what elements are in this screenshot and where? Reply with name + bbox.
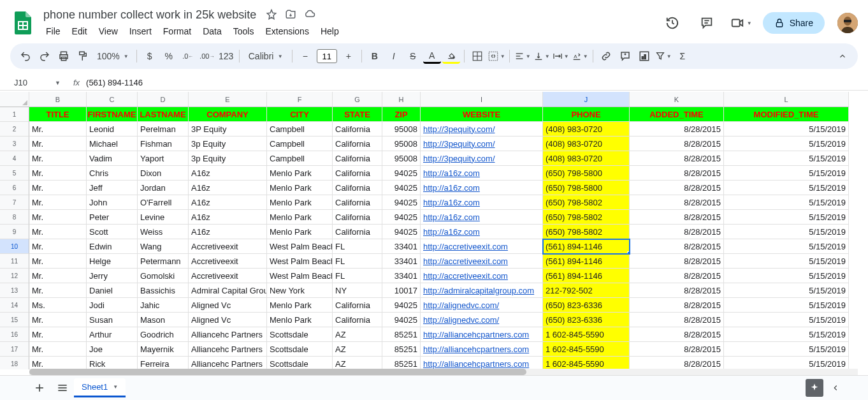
paint-format-button[interactable] [74, 47, 92, 65]
row-header[interactable]: 14 [0, 298, 29, 313]
cell[interactable]: Alliancehc Partners [189, 342, 267, 357]
row-header[interactable]: 12 [0, 269, 29, 283]
cell[interactable]: 95008 [382, 122, 421, 137]
italic-button[interactable]: I [385, 47, 403, 65]
cell[interactable]: West Palm Beach [267, 269, 333, 283]
header-cell-title[interactable]: TITLE [29, 107, 87, 122]
cell[interactable]: http://alliancehcpartners.com [421, 357, 543, 369]
cell[interactable]: Joe [87, 342, 138, 357]
cell[interactable]: Mr. [29, 181, 87, 195]
cell[interactable]: http://alignedvc.com/ [421, 313, 543, 327]
cell[interactable]: 5/15/2019 [724, 210, 849, 225]
sheet-tab[interactable]: Sheet1 ▼ [74, 378, 126, 397]
cell[interactable]: (561) 894-1146 [543, 239, 630, 254]
selection-handle[interactable] [627, 251, 630, 254]
cell[interactable]: Mr. [29, 269, 87, 283]
cell[interactable]: California [333, 151, 382, 166]
grid[interactable]: BCDEFGHIJKL 1TITLEFIRSTNAMELASTNAMECOMPA… [0, 92, 868, 369]
select-all-corner[interactable] [0, 92, 29, 107]
menu-edit[interactable]: Edit [67, 24, 92, 39]
cell[interactable]: 8/28/2015 [630, 254, 724, 269]
header-cell-website[interactable]: WEBSITE [421, 107, 543, 122]
menu-file[interactable]: File [41, 24, 66, 39]
cell[interactable]: http://a16z.com [421, 166, 543, 181]
number-format-button[interactable]: 123 [217, 47, 235, 65]
h-align-button[interactable]: ▼ [514, 47, 532, 65]
cell[interactable]: Mr. [29, 195, 87, 210]
print-button[interactable] [55, 47, 73, 65]
cell[interactable]: Alliancehc Partners [189, 357, 267, 369]
cell[interactable]: http://accretiveexit.com [421, 239, 543, 254]
cell[interactable]: http://3pequity.com/ [421, 137, 543, 151]
cell[interactable]: 85251 [382, 357, 421, 369]
cell[interactable]: Alliancehc Partners [189, 327, 267, 342]
cell[interactable]: 33401 [382, 239, 421, 254]
cell[interactable]: AZ [333, 342, 382, 357]
cell[interactable]: Susan [87, 313, 138, 327]
cell[interactable]: 1 602-845-5590 [543, 342, 630, 357]
cell[interactable]: Gomolski [138, 269, 189, 283]
cell[interactable]: 95008 [382, 151, 421, 166]
cell[interactable]: Dixon [138, 166, 189, 181]
cell[interactable]: John [87, 195, 138, 210]
row-header[interactable]: 8 [0, 210, 29, 225]
all-sheets-button[interactable] [51, 378, 74, 397]
cell[interactable]: Admiral Capital Group [189, 283, 267, 298]
filter-button[interactable]: ▼ [655, 47, 672, 65]
decrease-decimal-button[interactable]: .0← [179, 47, 197, 65]
column-header-I[interactable]: I [421, 92, 543, 107]
cell[interactable]: 85251 [382, 342, 421, 357]
cell[interactable]: O'Farrell [138, 195, 189, 210]
cell[interactable]: FL [333, 254, 382, 269]
cell[interactable]: http://a16z.com [421, 225, 543, 239]
cell[interactable]: 85251 [382, 327, 421, 342]
cell[interactable]: Scottsdale [267, 342, 333, 357]
cell[interactable]: Wang [138, 239, 189, 254]
cell[interactable]: 8/28/2015 [630, 122, 724, 137]
history-icon[interactable] [660, 10, 685, 36]
cell[interactable]: A16z [189, 225, 267, 239]
cell[interactable]: http://alignedvc.com/ [421, 298, 543, 313]
cell[interactable]: California [333, 195, 382, 210]
cell[interactable]: 5/15/2019 [724, 166, 849, 181]
row-header[interactable]: 10 [0, 239, 29, 254]
comment-button[interactable] [616, 47, 634, 65]
column-header-E[interactable]: E [189, 92, 267, 107]
cell[interactable]: West Palm Beach [267, 239, 333, 254]
cell[interactable]: Jordan [138, 181, 189, 195]
row-header[interactable]: 13 [0, 283, 29, 298]
cell[interactable]: Petermann [138, 254, 189, 269]
row-header[interactable]: 2 [0, 122, 29, 137]
cell[interactable]: 3p Equity [189, 137, 267, 151]
move-icon[interactable] [284, 8, 297, 21]
cell[interactable]: Mr. [29, 342, 87, 357]
cell[interactable]: 8/28/2015 [630, 298, 724, 313]
fill-color-button[interactable] [442, 48, 460, 64]
cell[interactable]: Accretiveexit [189, 254, 267, 269]
column-header-H[interactable]: H [382, 92, 421, 107]
cell[interactable]: Ferreira [138, 357, 189, 369]
cell[interactable]: 8/28/2015 [630, 210, 724, 225]
cell[interactable]: Mr. [29, 137, 87, 151]
cell[interactable]: 5/15/2019 [724, 298, 849, 313]
cell[interactable]: Jahic [138, 298, 189, 313]
wrap-button[interactable]: ▼ [552, 47, 570, 65]
star-icon[interactable] [265, 8, 278, 21]
cell[interactable]: (650) 823-6336 [543, 313, 630, 327]
merge-button[interactable]: ▼ [488, 47, 505, 65]
increase-font-button[interactable]: + [340, 47, 358, 65]
percent-button[interactable]: % [160, 47, 178, 65]
cell[interactable]: A16z [189, 210, 267, 225]
cell[interactable]: Menlo Park [267, 298, 333, 313]
cell[interactable]: Levine [138, 210, 189, 225]
cell[interactable]: A16z [189, 195, 267, 210]
cell[interactable]: 3p Equity [189, 151, 267, 166]
cell[interactable]: (650) 798-5802 [543, 210, 630, 225]
cell[interactable]: 5/15/2019 [724, 195, 849, 210]
menu-tools[interactable]: Tools [228, 24, 259, 39]
cell[interactable]: Chris [87, 166, 138, 181]
header-cell-added[interactable]: ADDED_TIME [630, 107, 724, 122]
column-header-D[interactable]: D [138, 92, 189, 107]
cell[interactable]: Bassichis [138, 283, 189, 298]
cell[interactable]: Mr. [29, 122, 87, 137]
